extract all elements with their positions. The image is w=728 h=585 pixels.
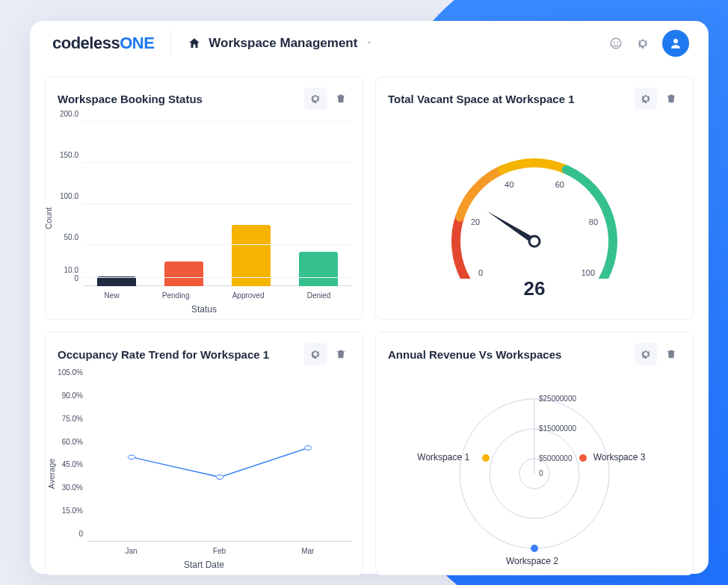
- widget-delete-button[interactable]: [330, 87, 352, 110]
- user-avatar[interactable]: [662, 30, 689, 57]
- svg-point-11: [529, 236, 540, 247]
- widget-settings-button[interactable]: [635, 87, 657, 110]
- widget-title: Workspace Booking Status: [58, 93, 301, 105]
- svg-point-12: [128, 455, 135, 459]
- svg-text:60: 60: [555, 180, 564, 189]
- widget-booking-status: Workspace Booking Status Count 010.050.0…: [45, 76, 363, 320]
- svg-text:100: 100: [582, 267, 595, 276]
- svg-point-0: [611, 38, 621, 49]
- widget-title: Total Vacant Space at Workspace 1: [388, 93, 632, 105]
- svg-point-3: [673, 39, 678, 43]
- widget-vacant-space: Total Vacant Space at Workspace 1 020406…: [375, 76, 694, 320]
- widget-settings-button[interactable]: [304, 343, 327, 365]
- x-axis-ticks: NewPendingApprovedDenied: [83, 291, 352, 300]
- svg-point-1: [614, 42, 615, 43]
- chevron-down-icon[interactable]: [365, 38, 374, 49]
- brand-left: codeless: [52, 34, 120, 52]
- widget-settings-button[interactable]: [304, 87, 327, 110]
- svg-point-2: [617, 42, 618, 43]
- dashboard-grid: Workspace Booking Status Count 010.050.0…: [30, 76, 709, 585]
- widget-annual-revenue: Annual Revenue Vs Workspaces 0$5000000$1…: [375, 332, 694, 575]
- widget-delete-button[interactable]: [660, 343, 682, 365]
- x-axis-label: Start Date: [46, 560, 363, 570]
- widget-title: Occupancy Rate Trend for Workspace 1: [58, 348, 301, 361]
- page-title: Workspace Management: [209, 36, 357, 51]
- svg-text:80: 80: [589, 217, 598, 226]
- header-divider: [170, 31, 171, 56]
- line-chart: 015.0%30.0%45.0%60.0%75.0%90.0%105.0%: [87, 380, 352, 542]
- widget-settings-button[interactable]: [635, 343, 657, 365]
- bar-chart: 010.050.0100.0150.0200.0: [83, 122, 352, 286]
- settings-button[interactable]: [631, 31, 655, 55]
- svg-text:20: 20: [471, 217, 480, 226]
- x-axis-ticks: JanFebMar: [87, 547, 352, 555]
- widget-delete-button[interactable]: [330, 343, 352, 365]
- home-icon: [188, 37, 201, 50]
- brand-right: ONE: [120, 34, 154, 52]
- widget-delete-button[interactable]: [660, 87, 682, 110]
- svg-text:40: 40: [505, 180, 513, 189]
- widget-title: Annual Revenue Vs Workspaces: [388, 348, 632, 361]
- y-axis-label: Count: [44, 207, 53, 229]
- svg-point-13: [216, 475, 223, 480]
- brand: codelessONE: [52, 34, 154, 53]
- header: codelessONE Workspace Management: [30, 21, 709, 66]
- app-shell: codelessONE Workspace Management Workspa…: [30, 21, 709, 574]
- gauge-chart: 020406080100: [437, 129, 632, 279]
- gauge-value: 26: [524, 277, 546, 300]
- svg-text:0: 0: [478, 267, 483, 276]
- polar-chart: 0$5000000$15000000$25000000Workspace 1Wo…: [411, 373, 658, 567]
- widget-occupancy-trend: Occupancy Rate Trend for Workspace 1 Ave…: [45, 332, 363, 575]
- emoji-button[interactable]: [604, 31, 628, 55]
- x-axis-label: Status: [46, 304, 363, 315]
- svg-point-14: [304, 446, 311, 451]
